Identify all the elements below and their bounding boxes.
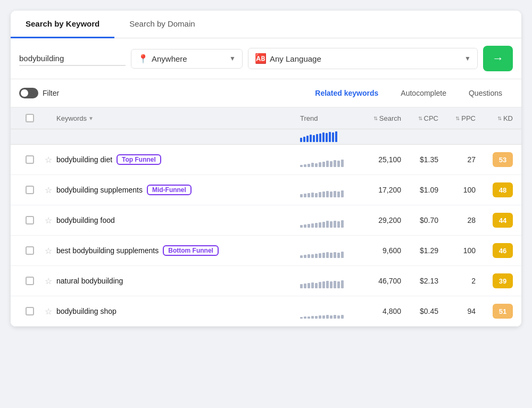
ppc-value: 100: [438, 186, 476, 194]
col-checkbox[interactable]: [19, 114, 40, 122]
keyword-cell: best bodybuilding supplements Bottom Fun…: [56, 245, 300, 256]
kd-cell: 44: [476, 213, 513, 228]
row-star[interactable]: ☆: [40, 306, 56, 317]
filter-toggle[interactable]: Filter: [19, 88, 59, 98]
trend-bar: [315, 254, 318, 258]
cpc-value: $2.13: [401, 277, 438, 285]
trend-bar: [337, 191, 340, 197]
tab-search-by-keyword[interactable]: Search by Keyword: [11, 11, 114, 38]
trend-bar: [311, 254, 314, 258]
keyword-cell: bodybuilding diet Top Funnel: [56, 154, 300, 165]
row-checkbox[interactable]: [26, 186, 34, 194]
tab-related-keywords[interactable]: Related keywords: [304, 85, 389, 102]
keyword-cell: natural bodybuilding: [56, 277, 300, 285]
row-star[interactable]: ☆: [40, 155, 56, 165]
row-checkbox-cell[interactable]: [19, 155, 40, 164]
chevron-down-icon: ▼: [229, 55, 236, 62]
col-search[interactable]: ⇅ Search: [353, 114, 401, 122]
kd-badge: 39: [493, 273, 513, 288]
row-star[interactable]: ☆: [40, 185, 56, 195]
tab-search-by-domain[interactable]: Search by Domain: [114, 11, 210, 38]
trend-bar: [341, 280, 344, 288]
keyword-input[interactable]: [19, 52, 126, 66]
col-search-label: Search: [379, 114, 401, 122]
trend-bar: [326, 315, 329, 319]
trend-bar-h: [310, 135, 312, 142]
search-volume: 29,200: [353, 216, 401, 224]
table-row: ☆ bodybuilding supplements Mid-Funnel 17…: [11, 175, 521, 205]
trend-header-bars: [300, 131, 353, 142]
cpc-value: $1.29: [401, 246, 438, 255]
trend-bar-h: [335, 131, 337, 142]
trend-bar-h: [319, 134, 321, 142]
row-checkbox[interactable]: [26, 216, 34, 224]
trend-bar: [304, 164, 306, 167]
row-checkbox[interactable]: [26, 155, 34, 164]
filter-label: Filter: [43, 89, 59, 97]
trend-cell: [300, 273, 353, 288]
tab-questions[interactable]: Questions: [458, 85, 513, 102]
search-volume: 4,800: [353, 307, 401, 315]
funnel-badge: Top Funnel: [117, 154, 161, 165]
row-checkbox-cell[interactable]: [19, 277, 40, 285]
col-kd[interactable]: ⇅ KD: [476, 114, 513, 122]
keyword-text: bodybuilding food: [56, 216, 115, 224]
search-button[interactable]: →: [483, 46, 513, 71]
row-checkbox[interactable]: [26, 246, 34, 255]
trend-bar: [334, 252, 336, 258]
trend-bar: [322, 162, 325, 167]
kd-cell: 48: [476, 182, 513, 197]
trend-bar: [300, 284, 303, 288]
table-row: ☆ best bodybuilding supplements Bottom F…: [11, 236, 521, 266]
cpc-value: $1.09: [401, 186, 438, 194]
location-dropdown[interactable]: 📍 Anywhere ▼: [131, 49, 243, 69]
col-trend: Trend: [300, 114, 353, 122]
row-star[interactable]: ☆: [40, 276, 56, 286]
trend-bar: [311, 316, 314, 319]
trend-bar: [311, 163, 314, 167]
row-checkbox-cell[interactable]: [19, 307, 40, 315]
trend-bar: [337, 281, 340, 288]
trend-bar: [341, 315, 344, 319]
keyword-cell: bodybuilding supplements Mid-Funnel: [56, 185, 300, 195]
row-checkbox-cell[interactable]: [19, 216, 40, 224]
trend-bar: [326, 221, 329, 228]
sort-arrow-kd: ⇅: [497, 115, 502, 121]
trend-bar: [319, 282, 321, 288]
col-ppc[interactable]: ⇅ PPC: [438, 114, 476, 122]
col-cpc[interactable]: ⇅ CPC: [401, 114, 438, 122]
trend-bar: [304, 317, 306, 319]
kd-cell: 53: [476, 152, 513, 167]
trend-bar: [319, 192, 321, 197]
row-star[interactable]: ☆: [40, 215, 56, 226]
trend-bar: [315, 316, 318, 319]
row-checkbox[interactable]: [26, 277, 34, 285]
search-tabs: Search by Keyword Search by Domain: [11, 11, 521, 38]
location-label: Anywhere: [152, 54, 187, 63]
header-checkbox[interactable]: [26, 114, 34, 122]
search-volume: 17,200: [353, 186, 401, 194]
trend-bar-h: [306, 136, 309, 142]
trend-cell: [300, 213, 353, 228]
row-star[interactable]: ☆: [40, 246, 56, 256]
tab-autocomplete[interactable]: Autocomplete: [390, 85, 457, 102]
row-checkbox-cell[interactable]: [19, 246, 40, 255]
language-label: Any Language: [270, 54, 321, 63]
row-checkbox[interactable]: [26, 307, 34, 315]
sort-arrow-cpc: ⇅: [418, 115, 422, 121]
trend-bar: [311, 282, 314, 288]
trend-bar: [330, 315, 332, 319]
col-cpc-label: CPC: [424, 114, 438, 122]
keyword-text: best bodybuilding supplements: [56, 246, 159, 255]
trend-bar: [300, 255, 303, 258]
trend-cell: [300, 152, 353, 167]
col-kd-label: KD: [503, 114, 513, 122]
language-dropdown[interactable]: 🆎 Any Language ▼: [248, 48, 478, 69]
toggle-track[interactable]: [19, 88, 38, 98]
kd-badge: 46: [493, 243, 513, 258]
trend-cell: [300, 243, 353, 258]
col-keywords[interactable]: Keywords ▼: [56, 114, 300, 122]
trend-bar: [307, 224, 310, 228]
search-bar: 📍 Anywhere ▼ 🆎 Any Language ▼ →: [11, 38, 521, 79]
row-checkbox-cell[interactable]: [19, 186, 40, 194]
